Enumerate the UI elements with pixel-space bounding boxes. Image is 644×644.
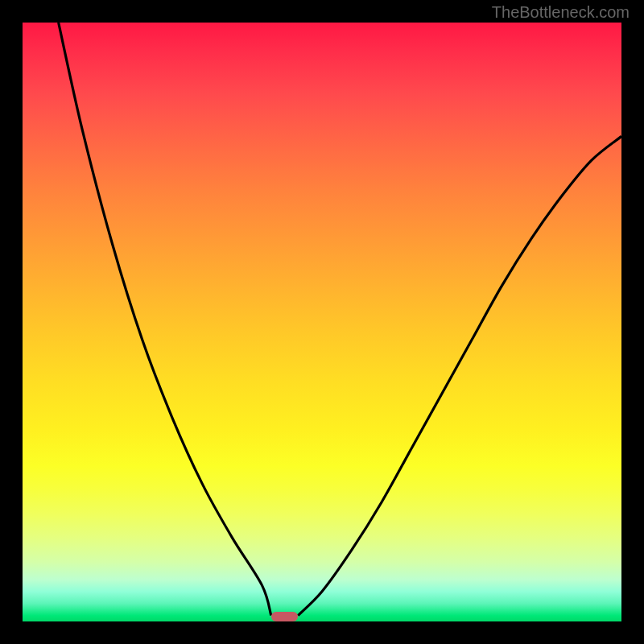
right-curve-path [298, 136, 621, 615]
bottleneck-marker [271, 612, 298, 621]
left-curve-path [59, 23, 271, 616]
watermark-text: TheBottleneck.com [492, 3, 630, 22]
curve-svg [23, 23, 621, 621]
chart-plot-area [23, 23, 621, 621]
